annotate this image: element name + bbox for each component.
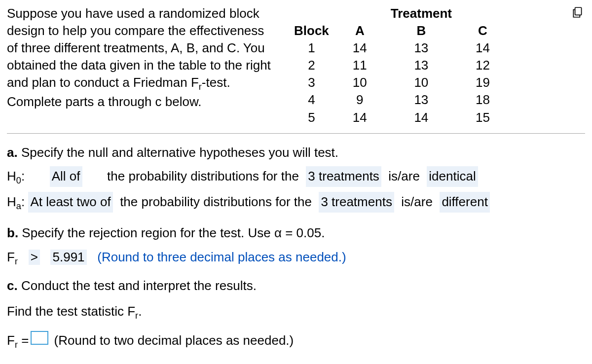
data-table: Treatment Block A B C 1141314 2111312 31… — [282, 5, 502, 126]
copy-icon[interactable] — [571, 6, 585, 19]
intro-text: Suppose you have used a randomized block… — [7, 6, 271, 90]
part-b-hint: (Round to three decimal places as needed… — [97, 250, 346, 265]
problem-statement: Suppose you have used a randomized block… — [7, 5, 273, 110]
ha-row: Ha: At least two of the probability dist… — [7, 192, 585, 214]
part-b-text: Specify the rejection region for the tes… — [22, 225, 325, 240]
ha-subject[interactable]: 3 treatments — [319, 192, 394, 213]
part-a-text: Specify the null and alternative hypothe… — [21, 145, 338, 160]
fr-symbol: Fr — [7, 250, 18, 267]
rejection-operator[interactable]: > — [29, 250, 40, 265]
table-row: 2111312 — [282, 57, 502, 74]
part-c-text2: Find the test statistic Fr. — [7, 304, 142, 319]
part-c-text1: Conduct the test and interpret the resul… — [21, 278, 257, 293]
fr-value-input[interactable] — [31, 331, 48, 345]
col-C: C — [464, 22, 502, 39]
ha-conclusion[interactable]: different — [440, 192, 489, 213]
problem-header: Suppose you have used a randomized block… — [7, 5, 585, 126]
ha-symbol: Ha: — [7, 192, 25, 214]
part-c-hint: (Round to two decimal places as needed.) — [54, 333, 294, 348]
table-row: 5141415 — [282, 109, 502, 126]
svg-rect-0 — [575, 7, 582, 15]
block-header: Block — [282, 22, 341, 39]
table-row: 491318 — [282, 91, 502, 109]
treatment-header: Treatment — [379, 5, 464, 22]
h0-quantifier[interactable]: All of — [50, 166, 82, 187]
h0-subject[interactable]: 3 treatments — [306, 166, 381, 187]
h0-row: H0: All of the probability distributions… — [7, 166, 585, 188]
h0-symbol: H0: — [7, 166, 25, 188]
ha-quantifier[interactable]: At least two of — [28, 192, 112, 213]
divider — [7, 133, 585, 134]
col-A: A — [341, 22, 379, 39]
part-c: c. Conduct the test and interpret the re… — [7, 276, 585, 350]
part-a-label: a. — [7, 145, 18, 160]
table-row: 3101019 — [282, 74, 502, 91]
col-B: B — [379, 22, 464, 39]
part-b-label: b. — [7, 225, 18, 240]
rejection-value[interactable]: 5.991 — [50, 250, 86, 265]
part-a: a. Specify the null and alternative hypo… — [7, 143, 585, 214]
part-b: b. Specify the rejection region for the … — [7, 223, 585, 267]
table-row: 1141314 — [282, 39, 502, 57]
fr-symbol-2: Fr — [7, 333, 18, 350]
h0-conclusion[interactable]: identical — [427, 166, 478, 187]
part-c-label: c. — [7, 278, 18, 293]
